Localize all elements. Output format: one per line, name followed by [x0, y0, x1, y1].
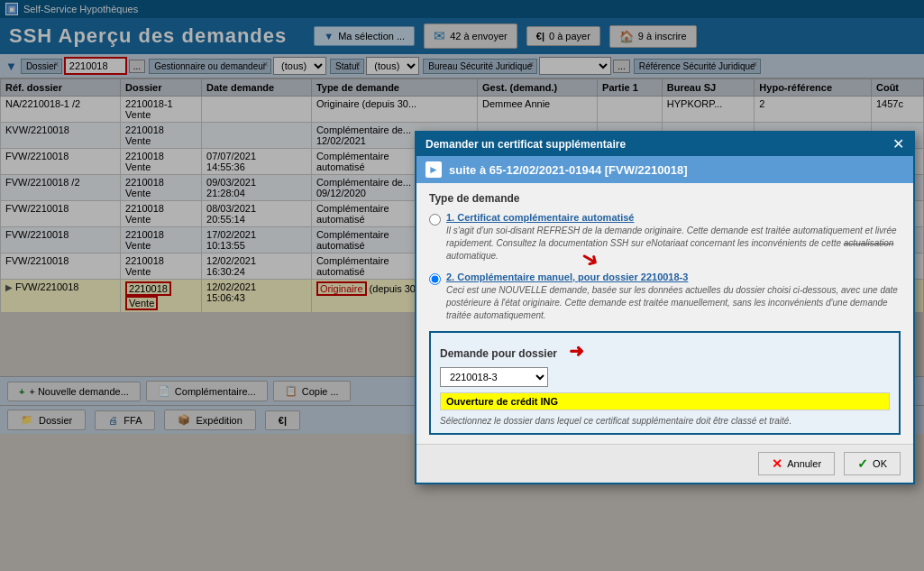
option2-label: 2. Complémentaire manuel, pour dossier 2… — [446, 272, 901, 282]
modal-subtitle: ► suite à 65-12/02/2021-01944 [FVW/22100… — [416, 156, 913, 183]
option1-row: 1. Certificat complémentaire automatisé … — [429, 212, 901, 262]
cancel-icon: ✕ — [772, 456, 782, 471]
ok-icon: ✓ — [857, 456, 868, 471]
demande-highlight-label: Ouverture de crédit ING — [440, 392, 890, 410]
modal-dialog: Demander un certificat supplémentaire ✕ … — [415, 131, 915, 484]
demande-section: Demande pour dossier ➜ 2210018-3 Ouvertu… — [429, 331, 901, 435]
option1-desc: Il s'agit d'un soi-disant REFRESH de la … — [446, 225, 901, 262]
modal-subtitle-icon: ► — [425, 161, 442, 178]
modal-close-button[interactable]: ✕ — [892, 137, 904, 152]
option2-radio[interactable] — [429, 273, 441, 285]
modal-title: Demander un certificat supplémentaire — [425, 138, 626, 151]
demande-section-title: Demande pour dossier ➜ — [440, 340, 890, 362]
demande-description: Sélectionnez le dossier dans lequel ce c… — [440, 416, 890, 426]
type-section-title: Type de demande — [429, 192, 901, 205]
option2-content: 2. Complémentaire manuel, pour dossier 2… — [446, 272, 901, 322]
option1-label: 1. Certificat complémentaire automatisé — [446, 212, 901, 223]
annuler-button[interactable]: ✕ Annuler — [758, 452, 835, 475]
ok-button[interactable]: ✓ OK — [844, 452, 901, 475]
option2-row: 2. Complémentaire manuel, pour dossier 2… — [429, 272, 901, 322]
modal-footer: ✕ Annuler ✓ OK — [416, 444, 913, 483]
demande-dossier-select[interactable]: 2210018-3 — [440, 367, 548, 387]
option1-content: 1. Certificat complémentaire automatisé … — [446, 212, 901, 262]
modal-titlebar: Demander un certificat supplémentaire ✕ — [416, 133, 913, 156]
demande-select-row: 2210018-3 — [440, 367, 890, 387]
modal-body: Type de demande 1. Certificat complément… — [416, 183, 913, 444]
modal-subtitle-text: suite à 65-12/02/2021-01944 [FVW/2210018… — [449, 163, 688, 177]
option2-desc: Ceci est une NOUVELLE demande, basée sur… — [446, 284, 901, 322]
option1-radio[interactable] — [429, 214, 441, 226]
